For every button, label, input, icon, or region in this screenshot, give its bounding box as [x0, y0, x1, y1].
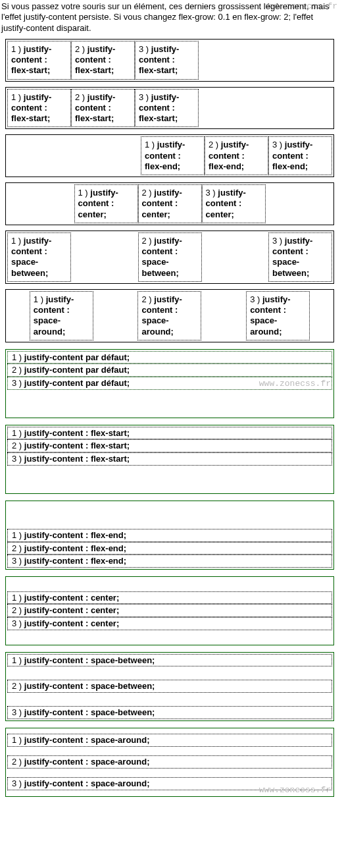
flex-item-label: justify-content : space-between; [24, 681, 155, 691]
flex-item[interactable]: 1 ) justify-content : flex-start; [7, 89, 71, 128]
intro-text: Si vous passez votre souris sur un éléme… [1, 1, 340, 34]
flex-item[interactable]: 1 ) justify-content : space-between; [7, 654, 332, 667]
flex-item[interactable]: 3 ) justify-content par défaut; [7, 377, 332, 390]
flex-item[interactable]: 2 ) justify-content : flex-end; [205, 136, 268, 175]
col-demo-flex-end[interactable]: 1 ) justify-content : flex-end; 2 ) just… [5, 501, 334, 570]
flex-item-label: justify-content : center; [24, 605, 119, 615]
flex-item-label: justify-content : space-around; [24, 735, 150, 745]
flex-item-label: justify-content par défaut; [24, 378, 130, 388]
flex-item[interactable]: 3 ) justify-content : flex-end; [7, 555, 332, 568]
flex-item[interactable]: 1 ) justify-content : center; [7, 591, 332, 605]
col-demo-center[interactable]: 1 ) justify-content : center; 2 ) justif… [5, 576, 334, 645]
flex-item[interactable]: 1 ) justify-content : flex-start; [7, 41, 71, 80]
flex-item-label: justify-content : flex-start; [24, 454, 130, 464]
flex-item[interactable]: 1 ) justify-content par défaut; [7, 351, 332, 364]
flex-item-label: justify-content : flex-end; [24, 543, 126, 553]
flex-item[interactable]: 3 ) justify-content : space-between; [268, 232, 332, 282]
flex-item-label: justify-content : space-around; [24, 778, 150, 788]
row-demo-flex-start[interactable]: 1 ) justify-content : flex-start; 2 ) ju… [5, 87, 334, 130]
flex-item[interactable]: 2 ) justify-content : center; [7, 604, 332, 617]
flex-item-label: justify-content : flex-start; [24, 428, 130, 438]
flex-item[interactable]: 3 ) justify-content : space-around; [246, 291, 310, 340]
flex-item[interactable]: 2 ) justify-content : flex-start; [71, 89, 135, 128]
flex-item[interactable]: 1 ) justify-content : center; [74, 184, 138, 223]
flex-item[interactable]: 3 ) justify-content : flex-start; [135, 89, 199, 128]
flex-item[interactable]: 2 ) justify-content : flex-start; [71, 41, 135, 80]
col-demo-default[interactable]: 1 ) justify-content par défaut; 2 ) just… [5, 349, 334, 418]
page: www.zonecss.fr Si vous passez votre sour… [0, 0, 344, 803]
flex-item[interactable]: 2 ) justify-content : flex-end; [7, 542, 332, 555]
flex-item[interactable]: 3 ) justify-content : center; [202, 184, 266, 223]
flex-item[interactable]: 1 ) justify-content : space-around; [30, 291, 93, 340]
row-demo-center[interactable]: 1 ) justify-content : center; 2 ) justif… [5, 182, 334, 225]
flex-item-label: justify-content par défaut; [24, 352, 130, 362]
flex-item-label: justify-content : space-between; [24, 655, 155, 665]
col-demo-space-around[interactable]: 1 ) justify-content : space-around; 2 ) … [5, 728, 334, 797]
flex-item-label: justify-content : center; [24, 593, 119, 603]
flex-item[interactable]: 3 ) justify-content : space-between; [7, 706, 332, 719]
row-demo-space-around[interactable]: 1 ) justify-content : space-around; 2 ) … [5, 289, 334, 342]
flex-item[interactable]: 2 ) justify-content par défaut; [7, 364, 332, 377]
flex-item[interactable]: 1 ) justify-content : flex-start; [7, 427, 332, 440]
flex-item[interactable]: 3 ) justify-content : flex-end; [268, 136, 332, 175]
flex-item[interactable]: 2 ) justify-content : space-between; [138, 232, 202, 282]
flex-item[interactable]: 1 ) justify-content : space-around; [7, 734, 332, 747]
flex-item-label: justify-content : flex-end; [24, 530, 126, 540]
flex-item-label: justify-content : flex-start; [24, 441, 130, 450]
flex-item[interactable]: 1 ) justify-content : flex-end; [141, 136, 205, 175]
flex-item[interactable]: 2 ) justify-content : flex-start; [7, 439, 332, 452]
col-demo-space-between[interactable]: 1 ) justify-content : space-between; 2 )… [5, 652, 334, 721]
flex-item[interactable]: 1 ) justify-content : space-between; [7, 232, 71, 282]
flex-item[interactable]: 3 ) justify-content : flex-start; [7, 452, 332, 466]
flex-item[interactable]: 1 ) justify-content : flex-end; [7, 529, 332, 542]
flex-item[interactable]: 2 ) justify-content : space-around; [7, 755, 332, 769]
flex-item-label: justify-content : center; [24, 618, 119, 628]
flex-item[interactable]: 3 ) justify-content : center; [7, 617, 332, 630]
row-demo-space-between[interactable]: 1 ) justify-content : space-between; 2 )… [5, 231, 334, 284]
col-demo-flex-start[interactable]: 1 ) justify-content : flex-start; 2 ) ju… [5, 425, 334, 494]
flex-item-label: justify-content : flex-end; [24, 556, 126, 566]
flex-item-label: justify-content : space-between; [24, 707, 155, 717]
flex-item[interactable]: 3 ) justify-content : flex-start; [135, 41, 199, 80]
flex-item[interactable]: 2 ) justify-content : space-around; [137, 291, 201, 340]
row-demo-flex-end[interactable]: 1 ) justify-content : flex-end; 2 ) just… [5, 134, 334, 177]
flex-item-label: justify-content par défaut; [24, 365, 130, 375]
flex-item[interactable]: 2 ) justify-content : center; [138, 184, 202, 223]
row-demo-default[interactable]: 1 ) justify-content : flex-start; 2 ) ju… [5, 39, 334, 82]
flex-item-label: justify-content : space-around; [24, 757, 150, 767]
flex-item[interactable]: 3 ) justify-content : space-around; [7, 777, 332, 790]
flex-item[interactable]: 2 ) justify-content : space-between; [7, 680, 332, 693]
